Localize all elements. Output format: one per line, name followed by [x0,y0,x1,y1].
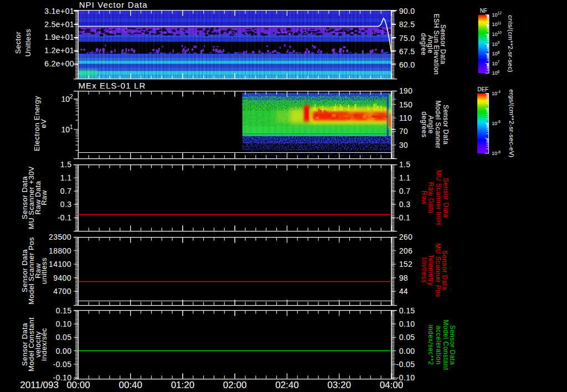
svg-text:NF: NF [480,8,487,14]
svg-text:-0.05: -0.05 [396,360,415,369]
svg-text:0.10: 0.10 [56,319,72,328]
svg-text:30: 30 [399,141,408,149]
svg-text:67.5: 67.5 [399,47,415,56]
svg-text:00:00: 00:00 [66,380,90,390]
svg-text:Raw: Raw [420,190,428,205]
svg-text:Unitless: Unitless [24,29,32,56]
svg-text:MU Scanner IntH: MU Scanner IntH [435,170,442,225]
svg-text:DEF: DEF [477,86,488,92]
svg-text:Sensor Data: Sensor Data [442,178,450,218]
svg-text:cnts/(cm**2-sr-sec): cnts/(cm**2-sr-sec) [507,15,514,72]
svg-text:-0.1: -0.1 [396,213,411,222]
svg-text:75.0: 75.0 [399,34,415,43]
svg-text:44: 44 [399,287,408,296]
svg-text:Model Constant: Model Constant [442,319,450,370]
svg-text:14100: 14100 [49,260,71,269]
svg-text:2011/093: 2011/093 [20,380,59,390]
svg-text:70: 70 [399,127,408,136]
svg-text:82.5: 82.5 [399,20,415,29]
svg-text:degree: degree [420,33,427,55]
svg-text:02:40: 02:40 [275,380,299,390]
svg-text:index/sec**2: index/sec**2 [427,325,435,365]
svg-text:NPI Vector Data: NPI Vector Data [79,0,148,9]
svg-text:1.1: 1.1 [399,173,411,182]
svg-text:acceleration: acceleration [435,326,442,365]
svg-text:0.3: 0.3 [60,200,72,209]
svg-text:0.3: 0.3 [399,200,411,209]
svg-text:degrees: degrees [420,112,428,138]
svg-text:0.10: 0.10 [399,319,415,328]
svg-text:Sensor Data: Sensor Data [442,105,450,145]
svg-text:18800: 18800 [49,246,71,255]
svg-text:index/sec: index/sec [40,328,48,360]
svg-text:Raw: Raw [40,190,48,205]
svg-text:23500: 23500 [49,233,71,241]
svg-text:0.7: 0.7 [399,187,411,195]
svg-text:9400: 9400 [53,274,71,282]
svg-text:0.05: 0.05 [56,333,72,342]
svg-text:00:40: 00:40 [118,380,142,390]
svg-text:1.9e+01: 1.9e+01 [44,33,74,42]
svg-text:90.0: 90.0 [399,7,415,16]
svg-text:01:20: 01:20 [171,380,195,390]
svg-text:206: 206 [399,246,413,255]
svg-text:4700: 4700 [53,287,71,296]
svg-text:0.7: 0.7 [60,187,72,195]
svg-text:1.1: 1.1 [60,173,72,182]
svg-text:1.5: 1.5 [399,160,411,169]
svg-text:60.0: 60.0 [399,60,415,69]
svg-text:eV: eV [39,119,48,128]
svg-text:02:00: 02:00 [223,380,247,390]
svg-text:98: 98 [399,274,408,282]
svg-text:Unitless: Unitless [420,257,428,283]
svg-text:3.1e+01: 3.1e+01 [44,7,74,16]
svg-text:1.2e+01: 1.2e+01 [44,46,74,55]
svg-text:152: 152 [399,260,413,269]
svg-text:110: 110 [399,114,413,122]
svg-text:1.5: 1.5 [60,160,72,169]
svg-text:Sector: Sector [14,32,22,54]
svg-text:03:20: 03:20 [327,380,351,390]
svg-text:MEx ELS-01 LR: MEx ELS-01 LR [79,81,146,90]
svg-text:-0.05: -0.05 [53,360,72,369]
svg-text:0.15: 0.15 [399,306,415,315]
svg-text:04:00: 04:00 [380,380,404,390]
svg-text:6.2e+00: 6.2e+00 [44,59,74,68]
svg-text:0.15: 0.15 [56,306,72,315]
svg-text:0.05: 0.05 [399,333,415,342]
svg-text:0.00: 0.00 [56,347,72,355]
svg-text:2.5e+01: 2.5e+01 [44,20,74,29]
svg-text:ergs/(cm**2-sr-sec-eV): ergs/(cm**2-sr-sec-eV) [508,89,515,158]
svg-text:190: 190 [399,86,413,95]
svg-text:unitless: unitless [40,257,48,284]
svg-text:0.00: 0.00 [399,347,415,355]
svg-text:-0.1: -0.1 [58,213,72,222]
svg-text:260: 260 [399,233,413,241]
svg-text:150: 150 [399,100,413,109]
